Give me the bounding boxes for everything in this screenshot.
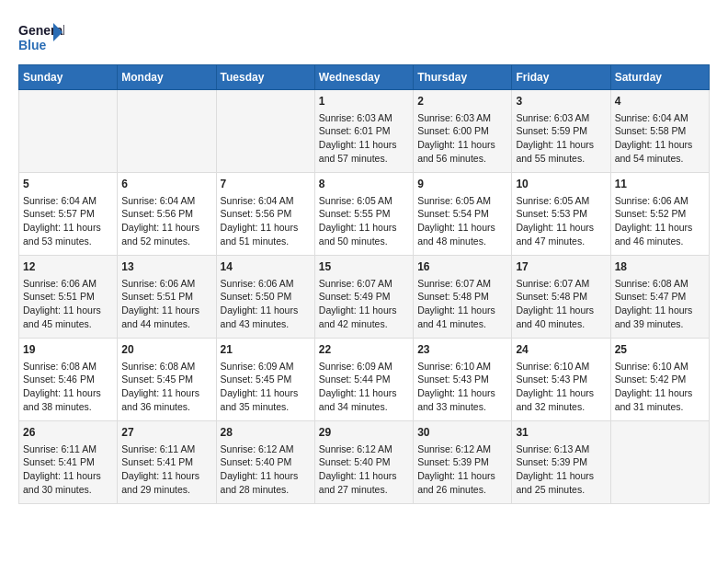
day-info: Sunrise: 6:06 AM — [615, 194, 705, 208]
day-number: 28 — [221, 425, 311, 441]
day-info: Sunset: 5:39 PM — [516, 455, 606, 469]
day-info: Daylight: 11 hours — [516, 304, 606, 317]
day-info: Sunrise: 6:11 AM — [23, 442, 113, 456]
day-info: and 32 minutes. — [516, 400, 606, 414]
day-info: and 34 minutes. — [319, 400, 409, 414]
day-info: Sunrise: 6:08 AM — [121, 360, 211, 373]
calendar-cell: 26Sunrise: 6:11 AMSunset: 5:41 PMDayligh… — [19, 421, 118, 504]
day-info: and 40 minutes. — [516, 317, 606, 331]
weekday-wednesday: Wednesday — [314, 65, 413, 90]
day-number: 31 — [516, 425, 606, 441]
day-info: Daylight: 11 hours — [23, 386, 113, 400]
day-info: Sunset: 5:46 PM — [23, 373, 113, 386]
day-info: and 54 minutes. — [615, 152, 705, 166]
day-info: and 38 minutes. — [23, 400, 113, 414]
calendar-cell: 30Sunrise: 6:12 AMSunset: 5:39 PMDayligh… — [414, 421, 512, 504]
weekday-header-row: SundayMondayTuesdayWednesdayThursdayFrid… — [19, 65, 710, 90]
calendar-cell: 19Sunrise: 6:08 AMSunset: 5:46 PMDayligh… — [19, 339, 118, 421]
day-info: Sunrise: 6:10 AM — [615, 360, 705, 373]
day-info: and 52 minutes. — [121, 235, 211, 248]
day-number: 3 — [516, 94, 606, 109]
calendar-cell — [19, 90, 118, 173]
day-info: Sunrise: 6:03 AM — [319, 111, 409, 125]
logo-icon: General Blue — [18, 18, 64, 55]
calendar-cell: 16Sunrise: 6:07 AMSunset: 5:48 PMDayligh… — [414, 256, 512, 339]
day-info: Sunset: 5:40 PM — [221, 455, 311, 469]
calendar-week-row: 1Sunrise: 6:03 AMSunset: 6:01 PMDaylight… — [19, 90, 710, 173]
calendar-cell: 27Sunrise: 6:11 AMSunset: 5:41 PMDayligh… — [118, 421, 216, 504]
day-info: Sunrise: 6:12 AM — [221, 442, 311, 456]
day-number: 8 — [319, 177, 409, 192]
day-info: Daylight: 11 hours — [221, 221, 311, 235]
calendar-week-row: 19Sunrise: 6:08 AMSunset: 5:46 PMDayligh… — [19, 339, 710, 421]
day-number: 26 — [23, 425, 113, 441]
day-info: and 57 minutes. — [319, 152, 409, 166]
day-info: Daylight: 11 hours — [221, 304, 311, 317]
day-info: Daylight: 11 hours — [121, 386, 211, 400]
day-info: and 48 minutes. — [417, 235, 507, 248]
day-info: and 53 minutes. — [23, 235, 113, 248]
day-number: 25 — [615, 342, 705, 358]
calendar-cell: 20Sunrise: 6:08 AMSunset: 5:45 PMDayligh… — [118, 339, 216, 421]
day-info: Sunset: 5:40 PM — [319, 455, 409, 469]
day-info: Daylight: 11 hours — [221, 386, 311, 400]
day-info: Daylight: 11 hours — [121, 469, 211, 483]
weekday-sunday: Sunday — [19, 65, 118, 90]
day-info: Sunset: 5:57 PM — [23, 207, 113, 221]
logo: General Blue — [18, 18, 64, 55]
calendar-cell: 22Sunrise: 6:09 AMSunset: 5:44 PMDayligh… — [314, 339, 413, 421]
day-info: Daylight: 11 hours — [516, 138, 606, 152]
day-info: Sunrise: 6:10 AM — [516, 360, 606, 373]
day-number: 24 — [516, 342, 606, 358]
day-info: Sunset: 5:47 PM — [615, 290, 705, 304]
day-info: Daylight: 11 hours — [615, 386, 705, 400]
calendar-cell: 4Sunrise: 6:04 AMSunset: 5:58 PMDaylight… — [610, 90, 709, 173]
day-info: Daylight: 11 hours — [221, 469, 311, 483]
day-info: Sunset: 5:55 PM — [319, 207, 409, 221]
day-info: Daylight: 11 hours — [516, 469, 606, 483]
day-info: Sunset: 5:50 PM — [221, 290, 311, 304]
day-info: Sunset: 5:56 PM — [221, 207, 311, 221]
day-info: Sunrise: 6:13 AM — [516, 442, 606, 456]
day-info: Sunset: 5:41 PM — [121, 455, 211, 469]
calendar-cell — [118, 90, 216, 173]
day-number: 20 — [121, 342, 211, 358]
calendar-cell: 23Sunrise: 6:10 AMSunset: 5:43 PMDayligh… — [414, 339, 512, 421]
day-info: Sunrise: 6:08 AM — [615, 277, 705, 291]
day-info: Sunrise: 6:12 AM — [319, 442, 409, 456]
calendar-week-row: 26Sunrise: 6:11 AMSunset: 5:41 PMDayligh… — [19, 421, 710, 504]
day-number: 16 — [417, 259, 507, 275]
day-info: Sunset: 5:42 PM — [615, 373, 705, 386]
calendar-table: SundayMondayTuesdayWednesdayThursdayFrid… — [18, 64, 710, 504]
day-info: Daylight: 11 hours — [615, 221, 705, 235]
day-info: Daylight: 11 hours — [417, 469, 507, 483]
day-info: and 43 minutes. — [221, 317, 311, 331]
calendar-cell: 3Sunrise: 6:03 AMSunset: 5:59 PMDaylight… — [512, 90, 610, 173]
day-info: Daylight: 11 hours — [516, 386, 606, 400]
calendar-cell: 24Sunrise: 6:10 AMSunset: 5:43 PMDayligh… — [512, 339, 610, 421]
day-info: Sunrise: 6:05 AM — [319, 194, 409, 208]
calendar-cell: 15Sunrise: 6:07 AMSunset: 5:49 PMDayligh… — [314, 256, 413, 339]
day-info: Daylight: 11 hours — [319, 221, 409, 235]
day-info: Sunset: 6:00 PM — [417, 124, 507, 138]
day-info: Sunset: 5:48 PM — [516, 290, 606, 304]
calendar-cell: 10Sunrise: 6:05 AMSunset: 5:53 PMDayligh… — [512, 173, 610, 256]
day-info: and 51 minutes. — [221, 235, 311, 248]
day-info: Sunrise: 6:05 AM — [417, 194, 507, 208]
calendar-week-row: 12Sunrise: 6:06 AMSunset: 5:51 PMDayligh… — [19, 256, 710, 339]
day-info: and 46 minutes. — [615, 235, 705, 248]
day-info: Sunset: 5:39 PM — [417, 455, 507, 469]
day-info: Sunrise: 6:04 AM — [23, 194, 113, 208]
calendar-cell: 21Sunrise: 6:09 AMSunset: 5:45 PMDayligh… — [216, 339, 314, 421]
day-info: Daylight: 11 hours — [23, 221, 113, 235]
weekday-monday: Monday — [118, 65, 216, 90]
day-info: Sunset: 5:52 PM — [615, 207, 705, 221]
calendar-cell: 6Sunrise: 6:04 AMSunset: 5:56 PMDaylight… — [118, 173, 216, 256]
day-info: Sunrise: 6:07 AM — [516, 277, 606, 291]
day-info: Daylight: 11 hours — [417, 138, 507, 152]
day-info: and 56 minutes. — [417, 152, 507, 166]
calendar-cell — [610, 421, 709, 504]
day-info: and 42 minutes. — [319, 317, 409, 331]
day-info: Daylight: 11 hours — [23, 469, 113, 483]
day-info: Sunset: 5:51 PM — [23, 290, 113, 304]
